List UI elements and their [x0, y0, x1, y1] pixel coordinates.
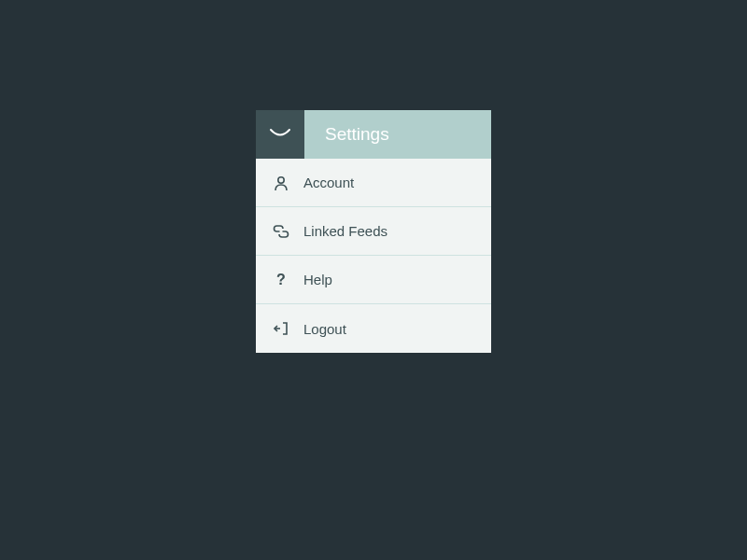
menu-label: Logout: [303, 321, 346, 337]
panel-header: Settings: [256, 110, 491, 159]
logo-tile[interactable]: [256, 110, 304, 159]
menu-item-account[interactable]: Account: [256, 159, 491, 207]
menu-label: Help: [303, 272, 332, 287]
account-icon: [273, 175, 289, 191]
help-icon: ?: [273, 272, 289, 288]
smile-icon: [267, 119, 293, 149]
link-icon: [273, 223, 289, 240]
svg-point-0: [278, 176, 284, 182]
menu-item-linked-feeds[interactable]: Linked Feeds: [256, 207, 491, 256]
menu-label: Linked Feeds: [303, 223, 388, 239]
menu-item-logout[interactable]: Logout: [256, 304, 491, 353]
menu-item-help[interactable]: ? Help: [256, 256, 491, 304]
logout-icon: [273, 320, 289, 337]
menu-label: Account: [303, 175, 354, 190]
settings-panel: Settings Account Linked Feeds ? Help: [256, 110, 491, 353]
panel-title: Settings: [304, 110, 491, 159]
